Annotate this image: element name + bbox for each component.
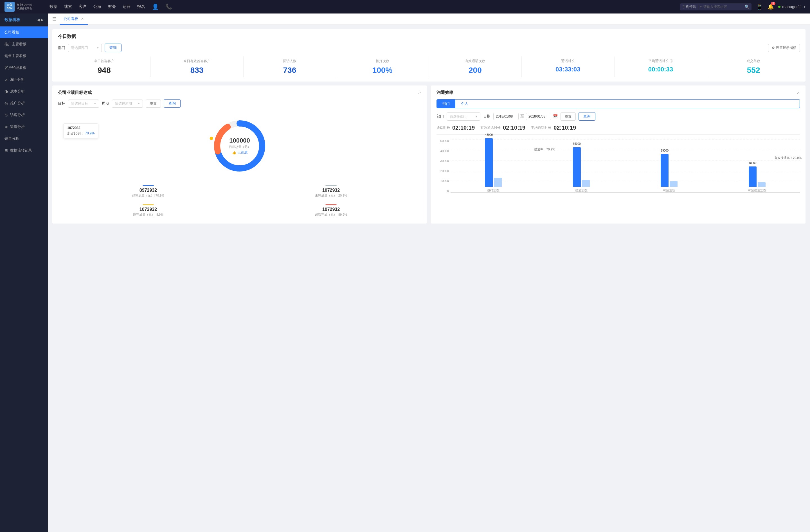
- incomplete-bar: [325, 185, 337, 186]
- hamburger-icon[interactable]: ☰: [52, 16, 56, 22]
- calendar-icon[interactable]: 📅: [553, 114, 558, 119]
- stat-revisit: 回访人数 736: [244, 56, 336, 77]
- eff-expand-icon[interactable]: ⤢: [796, 90, 800, 95]
- goal-stats: 8972932 已完成量（元）| 70.9% 1072932 未完成量（元）| …: [58, 183, 421, 219]
- nav-customers[interactable]: 客户: [79, 4, 87, 9]
- bar-group-bars: 29000: [661, 138, 678, 187]
- goal-query-button[interactable]: 查询: [164, 99, 181, 108]
- stat-dial-count: 拨打次数 100%: [336, 56, 429, 77]
- eff-connect-rate-annotation: 有效接通率：70.9%: [773, 155, 803, 161]
- eff-stat-value: 02:10:19: [553, 124, 576, 131]
- sidebar-item-data-flow[interactable]: ⊞ 数据流转记录: [0, 145, 48, 156]
- tab-close-icon[interactable]: ✕: [81, 17, 84, 21]
- logo-icon: 云朵CRM: [4, 2, 15, 12]
- should-desc: 应完成量（元）| 8.9%: [60, 213, 236, 217]
- today-section: 今日数据 部门 请选择部门 ▾ 查询 ⚙ 设置显示指标: [52, 29, 806, 82]
- sidebar-item-funnel[interactable]: ⊿ 漏斗分析: [0, 74, 48, 85]
- user-dropdown-icon[interactable]: ▾: [804, 5, 806, 9]
- sidebar-item-promotion-analysis[interactable]: ◎ 推广分析: [0, 97, 48, 109]
- user-profile-icon[interactable]: 👤: [152, 3, 159, 10]
- stat-label: 平均通话时长 ⓘ: [615, 59, 707, 64]
- sidebar-title: 数据看板: [4, 17, 20, 22]
- donut-tooltip: 1072932 所占比例： 70.9%: [64, 123, 98, 138]
- mobile-icon[interactable]: 📱: [756, 3, 763, 10]
- main-layout: 数据看板 ◀▶ 公司看板 推广主管看板 销售主管看板 客户经理看板 ⊿ 漏斗分析…: [0, 14, 810, 532]
- target-label: 目标: [58, 101, 65, 106]
- bar-segment-blue: [573, 147, 581, 187]
- bar-eff-connect-main: 18000: [749, 166, 757, 187]
- bars-area: 43000 拨打次数: [451, 139, 800, 198]
- bar-segment-blue: [485, 138, 493, 187]
- sidebar-collapse[interactable]: ◀▶: [37, 18, 43, 22]
- tab-company-board[interactable]: 公司看板 ✕: [60, 14, 88, 25]
- eff-tab-dept[interactable]: 部门: [437, 100, 455, 108]
- exceeded-bar: [325, 204, 337, 205]
- nav-finance[interactable]: 财务: [108, 4, 116, 9]
- bar-segment-light: [494, 178, 502, 187]
- tab-label: 公司看板: [64, 16, 78, 21]
- bar-group-connect: 35000 接通次数 接通率：70.9%: [539, 138, 625, 193]
- dept-select[interactable]: 请选择部门 ▾: [68, 44, 102, 52]
- goal-stat-completed: 8972932 已完成量（元）| 70.9%: [58, 183, 239, 200]
- settings-indicators-button[interactable]: ⚙ 设置显示指标: [768, 44, 800, 52]
- eff-filter: 部门 请选择部门 ▾ 日期 至 📅 重置 查询: [437, 112, 800, 121]
- bar-x-label-effective: 有效通话: [663, 188, 675, 193]
- goal-stat-incomplete: 1072932 未完成量（元）| 20.9%: [241, 183, 421, 200]
- user-info[interactable]: manager11 ▾: [778, 4, 806, 9]
- today-query-button[interactable]: 查询: [104, 44, 122, 52]
- sidebar-item-cost[interactable]: ◑ 成本分析: [0, 85, 48, 97]
- bar-segment-light: [670, 181, 678, 187]
- nav-public[interactable]: 公海: [93, 4, 101, 9]
- nav-data[interactable]: 数据: [49, 4, 58, 9]
- exceeded-desc: 超额完成（元）| 89.9%: [243, 213, 419, 217]
- search-type-selector[interactable]: 手机号码: [682, 4, 698, 9]
- sidebar-item-label: 客户经理看板: [4, 65, 27, 70]
- eff-stat-value: 02:10:19: [503, 124, 525, 131]
- phone-icon[interactable]: 📞: [166, 4, 172, 10]
- sidebar-item-visitor[interactable]: ⊙ 访客分析: [0, 109, 48, 121]
- username-label: manager11: [782, 4, 802, 9]
- target-select[interactable]: 请选择目标 ▾: [68, 100, 99, 108]
- nav-leads[interactable]: 线索: [64, 4, 72, 9]
- eff-dept-select[interactable]: 请选择部门 ▾: [447, 113, 480, 121]
- bar-segment-light: [582, 180, 590, 187]
- goal-stat-should: 1072932 应完成量（元）| 8.9%: [58, 202, 239, 219]
- eff-reset-button[interactable]: 重置: [561, 113, 576, 121]
- stat-label: 拨打次数: [336, 59, 428, 64]
- donut-achieved: 👍 已达成: [229, 150, 250, 155]
- settings-icon: ⚙: [772, 46, 775, 50]
- eff-card-title: 沟通效率: [437, 90, 453, 95]
- stat-value: 100%: [336, 66, 428, 75]
- nav-operations[interactable]: 运营: [123, 4, 130, 9]
- eff-card-header: 沟通效率 ⤢: [437, 90, 800, 95]
- sidebar-item-label: 推广分析: [10, 101, 25, 106]
- goal-reset-button[interactable]: 重置: [146, 100, 161, 108]
- eff-query-button[interactable]: 查询: [579, 112, 595, 121]
- date-start-input[interactable]: [493, 113, 519, 120]
- sidebar-item-sales-board[interactable]: 销售主管看板: [0, 50, 48, 62]
- sidebar-item-customer-board[interactable]: 客户经理看板: [0, 62, 48, 74]
- eff-dept-placeholder: 请选择部门: [450, 114, 467, 119]
- goal-filter: 目标 请选择目标 ▾ 周期 请选择周期 ▾ 重置 查询: [58, 99, 421, 108]
- sidebar-item-company-board[interactable]: 公司看板: [0, 27, 48, 38]
- sidebar-item-sales-analysis[interactable]: 销售分析: [0, 133, 48, 145]
- sidebar-item-promotion-board[interactable]: 推广主管看板: [0, 38, 48, 50]
- stat-effective-consult: 今日有效首咨客户 833: [151, 56, 244, 77]
- eff-dept-arrow: ▾: [475, 115, 477, 118]
- stat-value: 200: [429, 66, 521, 75]
- channel-icon: ⊗: [4, 124, 8, 129]
- sidebar-item-channel[interactable]: ⊗ 渠道分析: [0, 121, 48, 133]
- nav-signup[interactable]: 报名: [137, 4, 145, 9]
- eff-tab-person[interactable]: 个人: [455, 100, 474, 108]
- search-icon[interactable]: 🔍: [744, 4, 749, 9]
- period-select[interactable]: 请选择周期 ▾: [112, 100, 143, 108]
- cost-icon: ◑: [4, 89, 8, 94]
- expand-icon[interactable]: ⤢: [418, 90, 421, 95]
- stat-value: 00:00:33: [615, 66, 707, 73]
- eff-call-duration: 通话时长 02:10:19: [437, 124, 475, 131]
- bar-label-43000: 43000: [485, 133, 493, 136]
- date-end-input[interactable]: [526, 113, 551, 120]
- search-input[interactable]: [703, 5, 743, 9]
- notification-bell[interactable]: 🔔 5: [767, 4, 774, 10]
- visitor-icon: ⊙: [4, 113, 8, 117]
